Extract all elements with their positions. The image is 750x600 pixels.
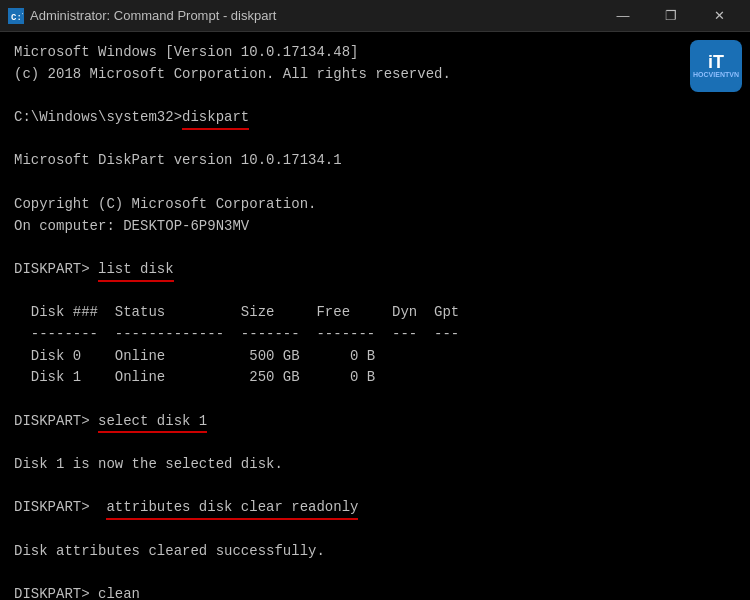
line-blank-1	[14, 85, 736, 107]
cmd-attrs: attributes disk clear readonly	[106, 497, 358, 519]
line-1: Microsoft Windows [Version 10.0.17134.48…	[14, 42, 736, 64]
line-blank-6	[14, 389, 736, 411]
title-bar-left: C:\ Administrator: Command Prompt - disk…	[8, 8, 276, 24]
line-blank-5	[14, 281, 736, 303]
watermark: iT HOCVIENTVN	[690, 40, 742, 92]
line-blank-8	[14, 476, 736, 498]
line-listdisk-cmd: DISKPART> list disk	[14, 259, 736, 281]
line-blank-2	[14, 129, 736, 151]
title-bar: C:\ Administrator: Command Prompt - disk…	[0, 0, 750, 32]
window-title: Administrator: Command Prompt - diskpart	[30, 8, 276, 23]
watermark-text: HOCVIENTVN	[693, 71, 739, 79]
table-disk1: Disk 1 Online 250 GB 0 B	[14, 367, 736, 389]
line-blank-10	[14, 563, 736, 585]
cmd-diskpart: diskpart	[182, 107, 249, 129]
line-copyright: Copyright (C) Microsoft Corporation.	[14, 194, 736, 216]
table-header: Disk ### Status Size Free Dyn Gpt	[14, 302, 736, 324]
line-computer: On computer: DESKTOP-6P9N3MV	[14, 216, 736, 238]
svg-text:C:\: C:\	[11, 13, 23, 23]
table-divider: -------- ------------- ------- ------- -…	[14, 324, 736, 346]
line-blank-3	[14, 172, 736, 194]
cmd-list-disk: list disk	[98, 259, 174, 281]
watermark-it: iT	[708, 53, 724, 71]
line-selectdisk-cmd: DISKPART> select disk 1	[14, 411, 736, 433]
line-blank-7	[14, 432, 736, 454]
window-controls: — ❐ ✕	[600, 0, 742, 32]
line-cd: C:\Windows\system32>diskpart	[14, 107, 736, 129]
cmd-clean: clean	[98, 584, 140, 600]
cmd-icon: C:\	[8, 8, 24, 24]
maximize-button[interactable]: ❐	[648, 0, 694, 32]
close-button[interactable]: ✕	[696, 0, 742, 32]
line-2: (c) 2018 Microsoft Corporation. All righ…	[14, 64, 736, 86]
table-disk0: Disk 0 Online 500 GB 0 B	[14, 346, 736, 368]
line-blank-4	[14, 237, 736, 259]
minimize-button[interactable]: —	[600, 0, 646, 32]
line-attrs-cmd: DISKPART> attributes disk clear readonly	[14, 497, 736, 519]
line-clean-cmd: DISKPART> clean	[14, 584, 736, 600]
line-blank-9	[14, 519, 736, 541]
terminal-body: iT HOCVIENTVN Microsoft Windows [Version…	[0, 32, 750, 600]
line-version: Microsoft DiskPart version 10.0.17134.1	[14, 150, 736, 172]
line-attrs-result: Disk attributes cleared successfully.	[14, 541, 736, 563]
cmd-select-disk: select disk 1	[98, 411, 207, 433]
line-selected: Disk 1 is now the selected disk.	[14, 454, 736, 476]
